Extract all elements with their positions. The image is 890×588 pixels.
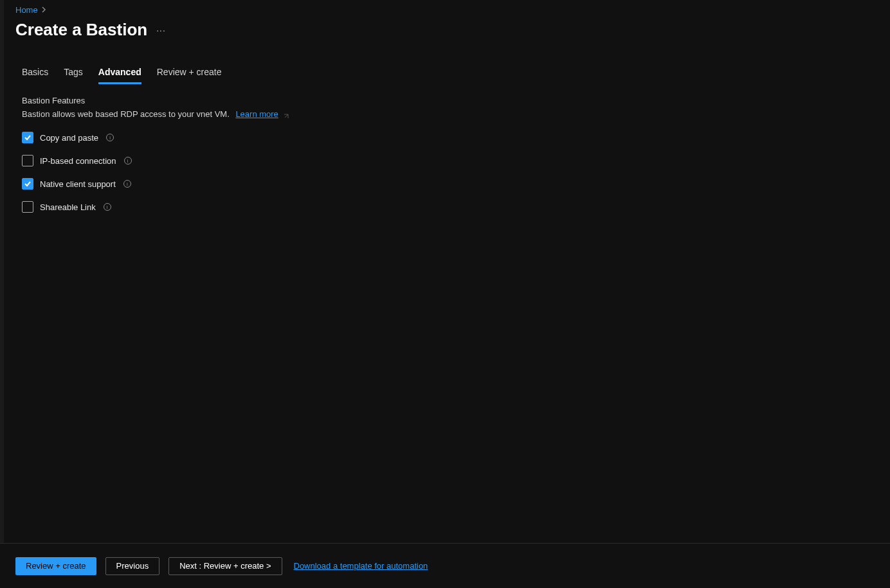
- breadcrumb-home[interactable]: Home: [15, 5, 38, 15]
- tab-tags[interactable]: Tags: [64, 67, 83, 84]
- section-desc-text: Bastion allows web based RDP access to y…: [22, 109, 230, 119]
- review-create-button[interactable]: Review + create: [15, 557, 96, 575]
- previous-button[interactable]: Previous: [105, 557, 160, 575]
- label-copy-paste: Copy and paste: [40, 133, 98, 143]
- features-list: Copy and paste i IP-based connection i N…: [15, 132, 890, 213]
- tab-basics[interactable]: Basics: [22, 67, 48, 84]
- learn-more-link[interactable]: Learn more: [235, 109, 278, 119]
- feature-shareable-link: Shareable Link i: [22, 201, 890, 213]
- footer: Review + create Previous Next : Review +…: [0, 543, 890, 588]
- external-link-icon: [283, 112, 289, 118]
- section-description: Bastion allows web based RDP access to y…: [15, 109, 890, 119]
- section-heading: Bastion Features: [15, 96, 890, 105]
- next-button[interactable]: Next : Review + create >: [168, 557, 282, 575]
- feature-copy-paste: Copy and paste i: [22, 132, 890, 143]
- more-icon[interactable]: ···: [156, 25, 166, 35]
- checkbox-ip-based[interactable]: [22, 155, 33, 166]
- page-title: Create a Bastion: [15, 20, 147, 40]
- breadcrumb: Home: [15, 5, 890, 15]
- title-row: Create a Bastion ···: [15, 20, 890, 40]
- checkbox-native-client[interactable]: [22, 178, 33, 190]
- download-template-link[interactable]: Download a template for automation: [294, 561, 428, 571]
- feature-native-client: Native client support i: [22, 178, 890, 190]
- tab-review-create[interactable]: Review + create: [157, 67, 222, 84]
- info-icon[interactable]: i: [104, 203, 111, 211]
- feature-ip-based: IP-based connection i: [22, 155, 890, 166]
- page-content: Home Create a Bastion ··· Basics Tags Ad…: [0, 0, 890, 588]
- tabs: Basics Tags Advanced Review + create: [15, 67, 890, 84]
- label-shareable-link: Shareable Link: [40, 202, 96, 212]
- info-icon[interactable]: i: [106, 134, 114, 141]
- tab-advanced[interactable]: Advanced: [98, 67, 141, 84]
- checkbox-shareable-link[interactable]: [22, 201, 33, 213]
- label-ip-based: IP-based connection: [40, 156, 116, 166]
- info-icon[interactable]: i: [124, 157, 132, 165]
- checkbox-copy-paste[interactable]: [22, 132, 33, 143]
- info-icon[interactable]: i: [123, 180, 131, 188]
- label-native-client: Native client support: [40, 179, 116, 189]
- chevron-right-icon: [42, 6, 47, 15]
